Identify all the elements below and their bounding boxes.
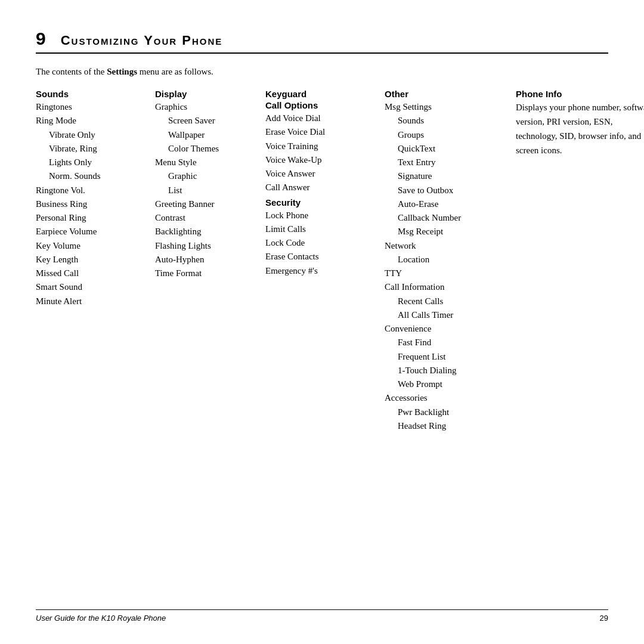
- display-header: Display: [155, 89, 265, 99]
- list-item: Limit Calls: [265, 222, 385, 236]
- list-item: Minute Alert: [36, 295, 155, 308]
- list-item: Network: [385, 239, 516, 253]
- intro-bold-word: Settings: [107, 67, 137, 76]
- list-item: Headset Ring: [385, 419, 516, 433]
- list-item: Accessories: [385, 391, 516, 405]
- list-item: Flashing Lights: [155, 239, 265, 253]
- list-item: Key Length: [36, 253, 155, 267]
- list-item: Contrast: [155, 211, 265, 225]
- list-item: Auto-Hyphen: [155, 253, 265, 267]
- content-columns: Sounds Ringtones Ring Mode Vibrate Only …: [36, 89, 608, 433]
- security-header: Security: [265, 197, 385, 208]
- list-item: Earpiece Volume: [36, 225, 155, 239]
- list-item: Recent Calls: [385, 295, 516, 308]
- list-item: QuickText: [385, 142, 516, 156]
- list-item: 1-Touch Dialing: [385, 364, 516, 377]
- intro-text-before: The contents of the: [36, 67, 107, 76]
- chapter-number: 9: [36, 29, 47, 48]
- title-rule: [36, 52, 608, 54]
- list-item: Screen Saver: [155, 114, 265, 128]
- column-display: Display Graphics Screen Saver Wallpaper …: [155, 89, 265, 280]
- list-item: Save to Outbox: [385, 184, 516, 197]
- column-sounds: Sounds Ringtones Ring Mode Vibrate Only …: [36, 89, 155, 308]
- list-item: Wallpaper: [155, 128, 265, 142]
- call-options-header: Call Options: [265, 100, 385, 110]
- list-item: Convenience: [385, 322, 516, 336]
- column-other: Other Msg Settings Sounds Groups QuickTe…: [385, 89, 516, 433]
- list-item: Vibrate Only: [36, 128, 155, 142]
- list-item: Auto-Erase: [385, 197, 516, 211]
- intro-text-after: menu are as follows.: [137, 67, 213, 76]
- keyguard-header: Keyguard: [265, 89, 385, 99]
- list-item: Web Prompt: [385, 377, 516, 391]
- list-item: Graphics: [155, 100, 265, 114]
- intro-paragraph: The contents of the Settings menu are as…: [36, 67, 608, 77]
- list-item: Vibrate, Ring: [36, 142, 155, 156]
- list-item: Business Ring: [36, 197, 155, 211]
- list-item: Location: [385, 253, 516, 267]
- list-item: Ringtone Vol.: [36, 184, 155, 197]
- list-item: Erase Voice Dial: [265, 125, 385, 139]
- other-header: Other: [385, 89, 516, 99]
- list-item: List: [155, 184, 265, 197]
- list-item: Personal Ring: [36, 211, 155, 225]
- footer-left-text: User Guide for the K10 Royale Phone: [36, 614, 166, 623]
- column-keyguard: Keyguard Call Options Add Voice Dial Era…: [265, 89, 385, 278]
- list-item: Add Voice Dial: [265, 112, 385, 125]
- list-item: Groups: [385, 128, 516, 142]
- list-item: Smart Sound: [36, 280, 155, 294]
- list-item: Callback Number: [385, 211, 516, 225]
- chapter-title-text: Customizing Your Phone: [61, 33, 223, 48]
- list-item: Color Themes: [155, 142, 265, 156]
- list-item: Pwr Backlight: [385, 405, 516, 419]
- list-item: Erase Contacts: [265, 250, 385, 264]
- list-item: Backlighting: [155, 225, 265, 239]
- list-item: Greeting Banner: [155, 197, 265, 211]
- list-item: Lock Code: [265, 236, 385, 250]
- footer: User Guide for the K10 Royale Phone 29: [36, 609, 608, 623]
- list-item: Frequent List: [385, 350, 516, 364]
- list-item: Key Volume: [36, 239, 155, 253]
- list-item: Msg Settings: [385, 100, 516, 114]
- list-item: TTY: [385, 267, 516, 280]
- list-item: Lights Only: [36, 156, 155, 169]
- sounds-header: Sounds: [36, 89, 155, 99]
- chapter-title: 9Customizing Your Phone: [36, 29, 608, 49]
- list-item: Missed Call: [36, 267, 155, 280]
- footer-page-number: 29: [600, 614, 608, 623]
- list-item: Menu Style: [155, 156, 265, 169]
- list-item: Fast Find: [385, 336, 516, 349]
- list-item: Voice Answer: [265, 167, 385, 181]
- list-item: All Calls Timer: [385, 308, 516, 322]
- list-item: Call Information: [385, 280, 516, 294]
- list-item: Lock Phone: [265, 209, 385, 222]
- page: 9Customizing Your Phone The contents of …: [0, 0, 644, 644]
- list-item: Emergency #'s: [265, 264, 385, 278]
- list-item: Msg Receipt: [385, 225, 516, 239]
- list-item: Time Format: [155, 267, 265, 280]
- list-item: Voice Training: [265, 140, 385, 153]
- phone-info-description: Displays your phone number, software ver…: [516, 100, 644, 157]
- list-item: Ring Mode: [36, 114, 155, 128]
- list-item: Signature: [385, 169, 516, 183]
- list-item: Call Answer: [265, 181, 385, 194]
- list-item: Graphic: [155, 169, 265, 183]
- list-item: Voice Wake-Up: [265, 153, 385, 167]
- list-item: Ringtones: [36, 100, 155, 114]
- list-item: Sounds: [385, 114, 516, 128]
- list-item: Text Entry: [385, 156, 516, 169]
- list-item: Norm. Sounds: [36, 169, 155, 183]
- column-phone-info: Phone Info Displays your phone number, s…: [516, 89, 644, 157]
- phone-info-header: Phone Info: [516, 89, 644, 99]
